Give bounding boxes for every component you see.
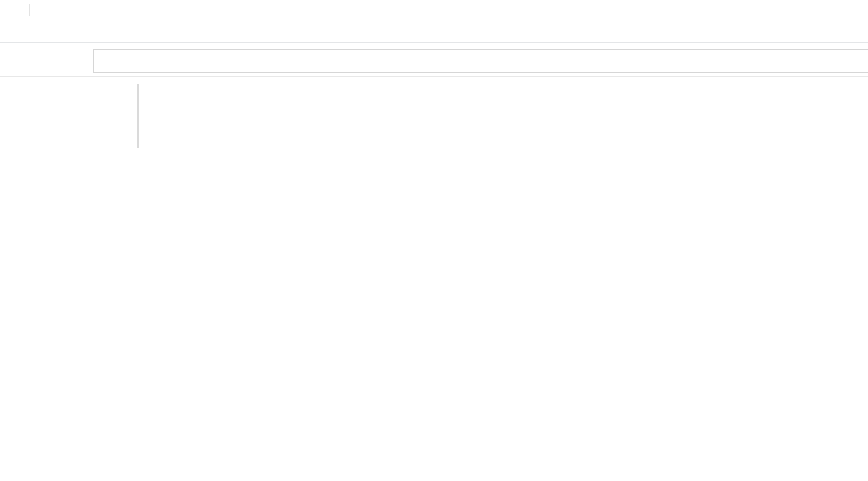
address-toolbar bbox=[0, 43, 868, 77]
address-bar[interactable] bbox=[93, 49, 868, 73]
window-folder-icon bbox=[5, 2, 23, 19]
properties-button[interactable] bbox=[36, 2, 54, 19]
divider bbox=[29, 4, 30, 16]
forward-button[interactable] bbox=[27, 48, 50, 71]
title-bar bbox=[0, 0, 868, 20]
customize-quick-access-toolbar-button[interactable] bbox=[74, 2, 91, 19]
ribbon-tab-bar bbox=[0, 20, 868, 43]
navigation-pane bbox=[0, 77, 139, 481]
divider bbox=[98, 4, 98, 16]
recent-locations-dropdown[interactable] bbox=[50, 48, 64, 71]
up-button[interactable] bbox=[67, 48, 90, 71]
back-button[interactable] bbox=[4, 48, 27, 71]
new-folder-button[interactable] bbox=[54, 2, 72, 19]
navigation-buttons bbox=[0, 43, 90, 76]
sidebar-scrollbar[interactable] bbox=[137, 84, 139, 148]
